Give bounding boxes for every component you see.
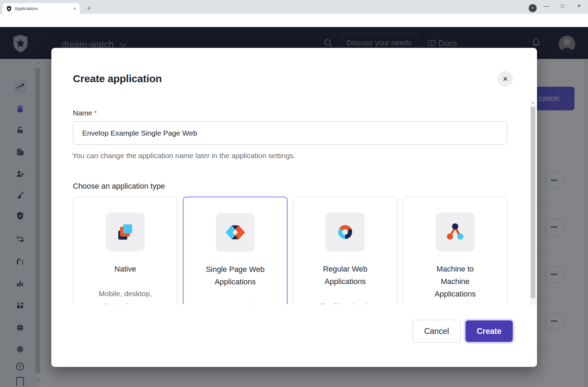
window-maximize-button[interactable]: □ bbox=[554, 0, 571, 12]
modal-scroll-up-icon[interactable]: ▲ bbox=[530, 101, 536, 105]
name-label: Name* bbox=[73, 109, 97, 117]
card-title: Single Page Web Applications bbox=[204, 263, 266, 288]
modal-close-button[interactable]: × bbox=[497, 71, 513, 87]
new-tab-button[interactable]: + bbox=[85, 5, 93, 13]
card-regular-web[interactable]: Regular Web Applications Traditional web bbox=[293, 197, 398, 304]
application-name-input[interactable] bbox=[73, 121, 507, 145]
card-description: A JavaScript bbox=[204, 300, 266, 304]
browser-tabstrip: Applications × + ▼ — □ × bbox=[0, 0, 588, 14]
application-type-heading: Choose an application type bbox=[73, 182, 165, 191]
spa-app-icon bbox=[216, 213, 255, 252]
create-button[interactable]: Create bbox=[466, 320, 513, 342]
create-application-modal: Create application × Name* You can chang… bbox=[51, 48, 537, 367]
name-help-text: You can change the application name late… bbox=[72, 152, 296, 160]
modal-title: Create application bbox=[73, 73, 162, 85]
required-asterisk: * bbox=[94, 109, 97, 117]
screen: Applications × + ▼ — □ × ← → ↻ manage.au… bbox=[0, 0, 588, 387]
browser-tab[interactable]: Applications × bbox=[2, 3, 80, 14]
application-type-cards: Native Mobile, desktop, CLI and smart Si… bbox=[73, 197, 508, 304]
tab-close-icon[interactable]: × bbox=[71, 6, 78, 11]
card-title: Regular Web Applications bbox=[314, 263, 376, 288]
card-machine-to-machine[interactable]: Machine to Machine Applications bbox=[403, 197, 508, 304]
native-app-icon bbox=[106, 213, 145, 251]
window-minimize-button[interactable]: — bbox=[538, 0, 554, 12]
machine-to-machine-app-icon bbox=[436, 213, 475, 251]
card-description: Traditional web bbox=[314, 300, 376, 304]
tab-search-icon[interactable]: ▼ bbox=[529, 4, 537, 12]
tab-title: Applications bbox=[15, 6, 71, 11]
modal-scrollbar-thumb[interactable] bbox=[531, 107, 535, 298]
window-close-button[interactable]: × bbox=[571, 0, 587, 12]
card-title: Native bbox=[94, 263, 156, 275]
card-description: Mobile, desktop, CLI and smart bbox=[94, 287, 156, 304]
regular-web-app-icon bbox=[326, 213, 365, 251]
card-title: Machine to Machine Applications bbox=[424, 263, 486, 300]
cancel-button[interactable]: Cancel bbox=[412, 320, 461, 343]
card-single-page-web[interactable]: Single Page Web Applications A JavaScrip… bbox=[183, 197, 288, 304]
browser-toolbar: ← → ↻ manage.auth0.com/dashboard/eu/drea… bbox=[0, 14, 588, 27]
card-native[interactable]: Native Mobile, desktop, CLI and smart bbox=[73, 197, 178, 304]
auth0-favicon-icon bbox=[6, 6, 12, 11]
